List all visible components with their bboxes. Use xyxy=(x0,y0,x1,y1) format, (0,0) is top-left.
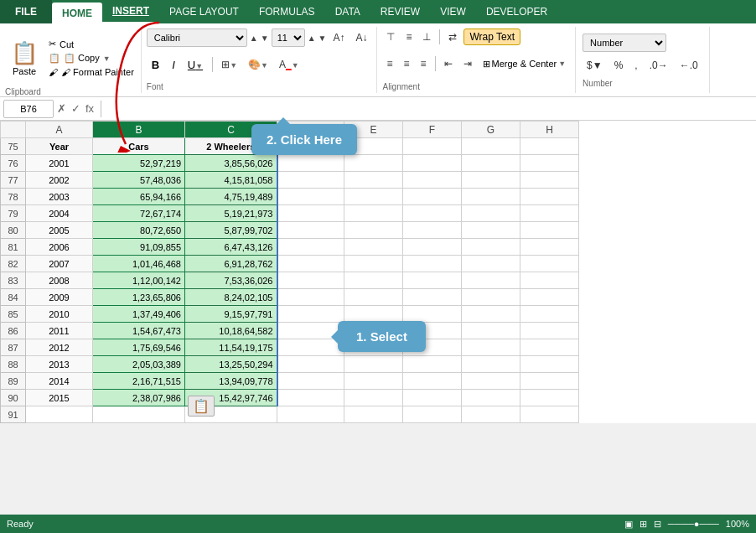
currency-btn[interactable]: $▼ xyxy=(583,58,607,73)
cell-c82[interactable]: 6,91,28,762 xyxy=(185,256,277,272)
cell-f84[interactable] xyxy=(403,289,462,306)
cell-e76[interactable] xyxy=(344,155,403,172)
cell-c79[interactable]: 5,19,21,973 xyxy=(185,205,277,222)
cell-e83[interactable] xyxy=(344,272,403,289)
cell-g90[interactable] xyxy=(462,390,520,406)
increase-decimal-btn[interactable]: ←.0 xyxy=(676,58,702,73)
cell-d82[interactable] xyxy=(277,256,344,272)
merge-dropdown-arrow[interactable]: ▼ xyxy=(558,60,566,68)
cell-g88[interactable] xyxy=(462,356,520,373)
cancel-formula-icon[interactable]: ✗ xyxy=(57,102,66,115)
cell-h80[interactable] xyxy=(520,222,579,239)
cell-a89[interactable]: 2014 xyxy=(26,373,93,390)
text-direction-btn[interactable]: ⇄ xyxy=(444,29,461,44)
cell-c77[interactable]: 4,15,81,058 xyxy=(185,172,277,189)
cell-e91[interactable] xyxy=(344,406,403,423)
decrease-indent-btn[interactable]: ⇤ xyxy=(440,56,457,71)
italic-button[interactable]: I xyxy=(167,55,180,74)
cell-f76[interactable] xyxy=(403,155,462,172)
cell-a77[interactable]: 2002 xyxy=(26,172,93,189)
align-center-btn[interactable]: ≡ xyxy=(399,56,413,71)
cell-d88[interactable] xyxy=(277,356,344,373)
cell-f75[interactable] xyxy=(403,138,462,155)
tab-file[interactable]: FILE xyxy=(0,0,52,23)
cell-e89[interactable] xyxy=(344,373,403,390)
align-middle-btn[interactable]: ≡ xyxy=(401,29,416,44)
comma-btn[interactable]: , xyxy=(630,58,641,73)
cell-b78[interactable]: 65,94,166 xyxy=(93,189,185,205)
cell-g85[interactable] xyxy=(462,306,520,323)
cell-c78[interactable]: 4,75,19,489 xyxy=(185,189,277,205)
cell-h75[interactable] xyxy=(520,138,579,155)
cell-a88[interactable]: 2013 xyxy=(26,356,93,373)
cell-b87[interactable]: 1,75,69,546 xyxy=(93,339,185,356)
cell-h88[interactable] xyxy=(520,356,579,373)
cell-g80[interactable] xyxy=(462,222,520,239)
font-color-button[interactable]: A_▼ xyxy=(275,57,303,72)
cell-e88[interactable] xyxy=(344,356,403,373)
tab-developer[interactable]: DEVELOPER xyxy=(476,0,557,23)
cell-h85[interactable] xyxy=(520,306,579,323)
cell-reference-input[interactable]: B76 xyxy=(3,100,54,118)
cell-e78[interactable] xyxy=(344,189,403,205)
cell-d91[interactable] xyxy=(277,406,344,423)
cell-h89[interactable] xyxy=(520,373,579,390)
cell-d81[interactable] xyxy=(277,239,344,256)
col-header-a[interactable]: A xyxy=(26,122,93,138)
cell-h84[interactable] xyxy=(520,289,579,306)
copy-dropdown-arrow[interactable]: ▼ xyxy=(103,54,111,63)
cell-c86[interactable]: 10,18,64,582 xyxy=(185,323,277,339)
cell-g78[interactable] xyxy=(462,189,520,205)
cell-e81[interactable] xyxy=(344,239,403,256)
cell-g82[interactable] xyxy=(462,256,520,272)
align-left-btn[interactable]: ≡ xyxy=(382,56,396,71)
cell-h77[interactable] xyxy=(520,172,579,189)
cell-b90[interactable]: 2,38,07,986 xyxy=(93,390,185,406)
cell-g89[interactable] xyxy=(462,373,520,390)
tab-formulas[interactable]: FORMULAS xyxy=(249,0,325,23)
tab-data[interactable]: DATA xyxy=(325,0,370,23)
borders-button[interactable]: ⊞▼ xyxy=(217,57,241,72)
copy-button[interactable]: 📋 📋 Copy ▼ xyxy=(47,52,136,65)
cell-a82[interactable]: 2007 xyxy=(26,256,93,272)
cell-b82[interactable]: 1,01,46,468 xyxy=(93,256,185,272)
cell-d80[interactable] xyxy=(277,222,344,239)
cell-a85[interactable]: 2010 xyxy=(26,306,93,323)
cell-d85[interactable] xyxy=(277,306,344,323)
cell-e84[interactable] xyxy=(344,289,403,306)
bold-button[interactable]: B xyxy=(147,55,164,74)
cell-g84[interactable] xyxy=(462,289,520,306)
cell-g83[interactable] xyxy=(462,272,520,289)
tab-review[interactable]: REVIEW xyxy=(370,0,430,23)
cell-h91[interactable] xyxy=(520,406,579,423)
cell-f88[interactable] xyxy=(403,356,462,373)
cell-b88[interactable]: 2,05,03,389 xyxy=(93,356,185,373)
align-bottom-btn[interactable]: ⊥ xyxy=(418,29,435,44)
cell-b77[interactable]: 57,48,036 xyxy=(93,172,185,189)
cell-h86[interactable] xyxy=(520,323,579,339)
cell-e80[interactable] xyxy=(344,222,403,239)
wrap-text-button[interactable]: Wrap Text xyxy=(463,28,520,45)
fill-color-button[interactable]: 🎨▼ xyxy=(244,57,272,72)
font-size-select[interactable]: 11 xyxy=(272,28,305,47)
cell-c76[interactable]: 3,85,56,026 xyxy=(185,155,277,172)
cell-a90[interactable]: 2015 xyxy=(26,390,93,406)
cell-b91[interactable] xyxy=(93,406,185,423)
cell-b85[interactable]: 1,37,49,406 xyxy=(93,306,185,323)
cell-d76[interactable] xyxy=(277,155,344,172)
tab-page-layout[interactable]: PAGE LAYOUT xyxy=(159,0,249,23)
cell-f81[interactable] xyxy=(403,239,462,256)
font-name-select[interactable]: Calibri xyxy=(147,28,247,47)
cell-f89[interactable] xyxy=(403,373,462,390)
cell-d77[interactable] xyxy=(277,172,344,189)
cell-d78[interactable] xyxy=(277,189,344,205)
cell-f83[interactable] xyxy=(403,272,462,289)
cell-e79[interactable] xyxy=(344,205,403,222)
col-header-g[interactable]: G xyxy=(462,122,520,138)
cell-a75[interactable]: Year xyxy=(26,138,93,155)
cell-b76[interactable]: 52,97,219 xyxy=(93,155,185,172)
cell-c85[interactable]: 9,15,97,791 xyxy=(185,306,277,323)
number-format-select[interactable]: Number xyxy=(583,34,666,52)
cell-f90[interactable] xyxy=(403,390,462,406)
increase-font-btn[interactable]: A↑ xyxy=(329,30,349,45)
